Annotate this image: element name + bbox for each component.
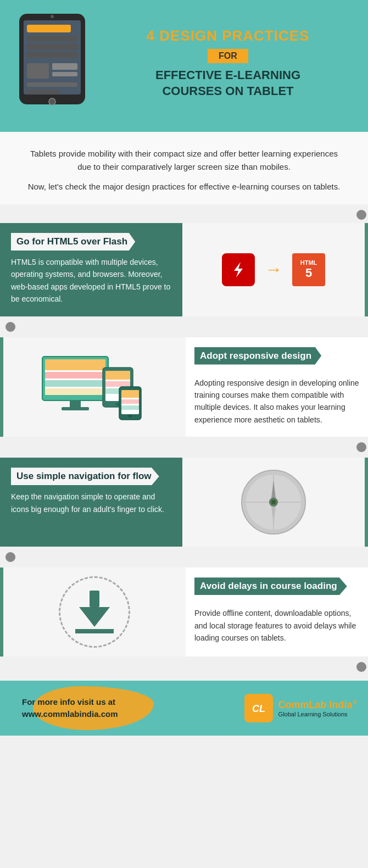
section-responsive: Adopt responsive design Adopting respons… — [0, 337, 368, 437]
svg-rect-32 — [121, 405, 139, 410]
svg-point-41 — [271, 500, 276, 504]
svg-rect-24 — [105, 371, 130, 380]
footer-line1: For more info visit us at — [22, 697, 115, 706]
svg-rect-6 — [27, 63, 49, 79]
section1-right-border — [365, 223, 368, 316]
footer-right: CL CommLab India ® Global Learning Solut… — [244, 694, 357, 722]
section4-title-wrap: Avoid delays in course loading — [194, 577, 359, 595]
header-section: 4 DESIGN PRACTICES FOR EFFECTIVE E-LEARN… — [0, 0, 368, 132]
section3-right-border — [365, 458, 368, 547]
svg-rect-18 — [45, 380, 105, 387]
svg-point-11 — [49, 98, 55, 105]
svg-rect-21 — [62, 407, 89, 410]
header-subtitle-line2: EFFECTIVE E-LEARNING — [147, 68, 310, 84]
svg-rect-31 — [121, 399, 139, 404]
header-for-banner: FOR — [208, 49, 248, 63]
commlab-logo-svg: CL — [248, 697, 270, 719]
header-title-main: 4 DESIGN PRACTICES — [147, 27, 310, 44]
section3-left: Use simple navigation for flow Keep the … — [0, 458, 182, 547]
arrow-base — [75, 629, 114, 633]
svg-rect-3 — [27, 36, 77, 41]
intro-para1: Tablets provide mobility with their comp… — [27, 147, 341, 174]
arrow-stem — [90, 591, 99, 607]
section1-title: Go for HTML5 over Flash — [11, 233, 135, 251]
footer-left: For more info visit us at www.commlabind… — [11, 696, 129, 721]
svg-point-33 — [129, 414, 132, 418]
download-arrow-shape — [75, 591, 114, 633]
svg-text:CL: CL — [252, 703, 265, 714]
svg-rect-7 — [52, 63, 77, 70]
svg-rect-9 — [27, 82, 77, 87]
arrow-icon: → — [265, 259, 282, 280]
section1-title-wrap: Go for HTML5 over Flash — [11, 233, 174, 251]
commlab-name-row: CommLab India ® — [278, 699, 357, 711]
section1-body: HTML5 is compatible with multiple device… — [11, 256, 174, 305]
svg-marker-13 — [234, 262, 243, 277]
section-loading: Avoid delays in course loading Provide o… — [0, 567, 368, 656]
svg-rect-25 — [105, 381, 130, 387]
svg-point-27 — [116, 403, 119, 406]
download-icon — [59, 576, 130, 648]
commlab-logo-icon: CL — [244, 694, 273, 722]
flash-to-html5: → HTML 5 — [222, 253, 325, 286]
section2-body: Adopting responsive design in developing… — [194, 377, 359, 426]
svg-rect-8 — [52, 72, 77, 76]
section3-title-wrap: Use simple navigation for flow — [11, 468, 174, 485]
arrow-head — [79, 607, 110, 627]
svg-rect-30 — [121, 390, 139, 398]
tablet-illustration — [8, 8, 102, 113]
svg-rect-4 — [27, 44, 77, 49]
svg-point-12 — [51, 15, 54, 18]
section4-body: Provide offline content, downloadable op… — [194, 607, 359, 644]
section4-visual — [3, 567, 186, 656]
section2-title: Adopt responsive design — [194, 347, 321, 365]
main-sections: Go for HTML5 over Flash HTML5 is compati… — [0, 204, 368, 681]
footer-section: For more info visit us at www.commlabind… — [0, 681, 368, 736]
header-subtitle-line3: COURSES ON TABLET — [147, 84, 310, 99]
svg-rect-17 — [45, 372, 105, 379]
commlab-name: CommLab India — [278, 699, 353, 711]
svg-rect-2 — [27, 25, 71, 32]
footer-text: For more info visit us at www.commlabind… — [11, 696, 129, 721]
header-text-block: 4 DESIGN PRACTICES FOR EFFECTIVE E-LEARN… — [147, 27, 310, 99]
svg-rect-5 — [27, 52, 77, 58]
commlab-brand-text: CommLab India ® Global Learning Solution… — [278, 699, 357, 717]
section3-title: Use simple navigation for flow — [11, 468, 159, 485]
section-html5-left: Go for HTML5 over Flash HTML5 is compati… — [0, 223, 182, 316]
compass-svg — [238, 466, 309, 538]
svg-rect-10 — [27, 90, 60, 94]
flash-logo — [222, 253, 255, 286]
intro-section: Tablets provide mobility with their comp… — [0, 132, 368, 204]
svg-rect-20 — [70, 400, 81, 407]
responsive-devices-svg — [40, 351, 149, 422]
commlab-reg: ® — [353, 699, 357, 705]
section-html5: Go for HTML5 over Flash HTML5 is compati… — [0, 223, 368, 316]
section2-visual — [3, 337, 186, 437]
section2-title-wrap: Adopt responsive design — [194, 347, 359, 365]
section-navigation: Use simple navigation for flow Keep the … — [0, 458, 368, 547]
commlab-sub: Global Learning Solutions — [278, 711, 357, 717]
section4-right: Avoid delays in course loading Provide o… — [186, 567, 368, 656]
section4-title: Avoid delays in course loading — [194, 577, 347, 595]
section1-visual: → HTML 5 — [182, 223, 365, 316]
svg-rect-16 — [45, 359, 105, 370]
section3-body: Keep the navigation simple to operate an… — [11, 491, 174, 515]
svg-rect-19 — [45, 388, 105, 395]
html5-logo: HTML 5 — [292, 253, 325, 286]
section3-visual — [182, 458, 365, 547]
footer-line2: www.commlabindia.com — [22, 709, 118, 719]
intro-para2: Now, let's check the major design practi… — [27, 180, 341, 193]
section2-right: Adopt responsive design Adopting respons… — [186, 337, 368, 437]
